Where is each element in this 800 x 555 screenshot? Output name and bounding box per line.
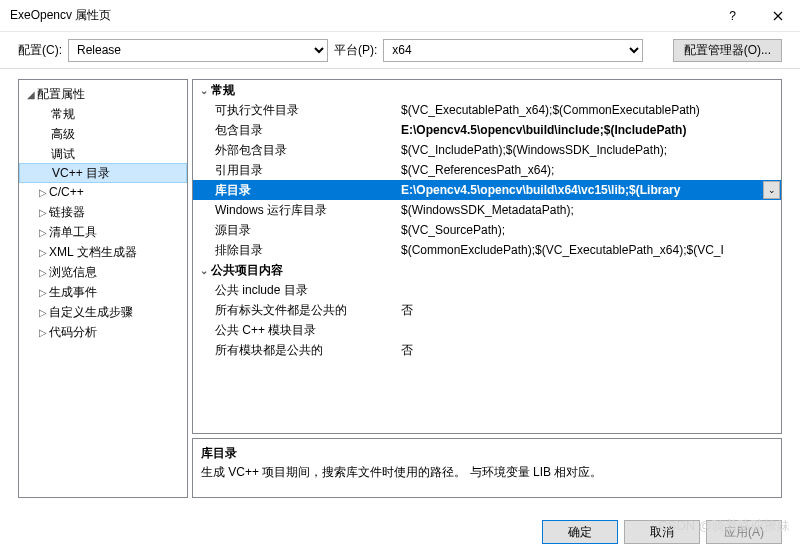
chevron-right-icon: ▷ <box>37 227 49 238</box>
grid-row[interactable]: Windows 运行库目录$(WindowsSDK_MetadataPath); <box>193 200 781 220</box>
grid-row[interactable]: 可执行文件目录$(VC_ExecutablePath_x64);$(Common… <box>193 100 781 120</box>
property-grid[interactable]: ⌄常规 可执行文件目录$(VC_ExecutablePath_x64);$(Co… <box>192 79 782 434</box>
ok-button[interactable]: 确定 <box>542 520 618 544</box>
chevron-right-icon: ▷ <box>37 267 49 278</box>
title-bar: ExeOpencv 属性页 ? <box>0 0 800 32</box>
tree-item-buildevents[interactable]: ▷生成事件 <box>19 282 187 302</box>
config-manager-button[interactable]: 配置管理器(O)... <box>673 39 782 62</box>
chevron-down-icon: ⌄ <box>197 265 211 276</box>
dialog-footer: 确定 取消 应用(A) <box>0 509 800 555</box>
grid-row[interactable]: 公共 include 目录 <box>193 280 781 300</box>
grid-row[interactable]: 包含目录E:\Opencv4.5\opencv\build\include;$(… <box>193 120 781 140</box>
grid-row[interactable]: 所有模块都是公共的否 <box>193 340 781 360</box>
apply-button[interactable]: 应用(A) <box>706 520 782 544</box>
grid-row[interactable]: 公共 C++ 模块目录 <box>193 320 781 340</box>
chevron-right-icon: ▷ <box>37 247 49 258</box>
grid-row[interactable]: 源目录$(VC_SourcePath); <box>193 220 781 240</box>
description-text: 生成 VC++ 项目期间，搜索库文件时使用的路径。 与环境变量 LIB 相对应。 <box>201 464 773 481</box>
close-button[interactable] <box>755 0 800 32</box>
tree-root[interactable]: ◢ 配置属性 <box>19 84 187 104</box>
window-title: ExeOpencv 属性页 <box>10 7 710 24</box>
chevron-right-icon: ▷ <box>37 187 49 198</box>
platform-select[interactable]: x64 <box>383 39 643 62</box>
chevron-right-icon: ▷ <box>37 287 49 298</box>
tree-item-custombuild[interactable]: ▷自定义生成步骤 <box>19 302 187 322</box>
property-tree[interactable]: ◢ 配置属性 常规 高级 调试 VC++ 目录 ▷C/C++ ▷链接器 ▷清单工… <box>18 79 188 498</box>
cancel-button[interactable]: 取消 <box>624 520 700 544</box>
tree-item-debug[interactable]: 调试 <box>19 144 187 164</box>
description-title: 库目录 <box>201 445 773 462</box>
main-content: ◢ 配置属性 常规 高级 调试 VC++ 目录 ▷C/C++ ▷链接器 ▷清单工… <box>0 68 800 498</box>
right-panel: ⌄常规 可执行文件目录$(VC_ExecutablePath_x64);$(Co… <box>192 79 782 498</box>
tree-item-vcdirs[interactable]: VC++ 目录 <box>19 163 187 183</box>
help-button[interactable]: ? <box>710 0 755 32</box>
tree-item-general[interactable]: 常规 <box>19 104 187 124</box>
config-label: 配置(C): <box>18 42 62 59</box>
platform-label: 平台(P): <box>334 42 377 59</box>
grid-row[interactable]: 外部包含目录$(VC_IncludePath);$(WindowsSDK_Inc… <box>193 140 781 160</box>
grid-row[interactable]: 引用目录$(VC_ReferencesPath_x64); <box>193 160 781 180</box>
config-select[interactable]: Release <box>68 39 328 62</box>
tree-item-browse[interactable]: ▷浏览信息 <box>19 262 187 282</box>
grid-row-selected[interactable]: 库目录 E:\Opencv4.5\opencv\build\x64\vc15\l… <box>193 180 781 200</box>
chevron-right-icon: ▷ <box>37 207 49 218</box>
tree-item-linker[interactable]: ▷链接器 <box>19 202 187 222</box>
grid-row[interactable]: 排除目录$(CommonExcludePath);$(VC_Executable… <box>193 240 781 260</box>
tree-item-ccpp[interactable]: ▷C/C++ <box>19 182 187 202</box>
chevron-down-icon: ◢ <box>25 89 37 100</box>
grid-row[interactable]: 所有标头文件都是公共的否 <box>193 300 781 320</box>
chevron-down-icon: ⌄ <box>197 85 211 96</box>
description-panel: 库目录 生成 VC++ 项目期间，搜索库文件时使用的路径。 与环境变量 LIB … <box>192 438 782 498</box>
tree-item-xmldoc[interactable]: ▷XML 文档生成器 <box>19 242 187 262</box>
tree-item-codeanalysis[interactable]: ▷代码分析 <box>19 322 187 342</box>
group-public[interactable]: ⌄公共项目内容 <box>193 260 781 280</box>
config-toolbar: 配置(C): Release 平台(P): x64 配置管理器(O)... <box>0 32 800 68</box>
tree-item-advanced[interactable]: 高级 <box>19 124 187 144</box>
chevron-down-icon: ⌄ <box>768 185 776 195</box>
chevron-right-icon: ▷ <box>37 327 49 338</box>
close-icon <box>773 11 783 21</box>
group-general[interactable]: ⌄常规 <box>193 80 781 100</box>
chevron-right-icon: ▷ <box>37 307 49 318</box>
tree-item-manifest[interactable]: ▷清单工具 <box>19 222 187 242</box>
dropdown-button[interactable]: ⌄ <box>763 181 780 199</box>
